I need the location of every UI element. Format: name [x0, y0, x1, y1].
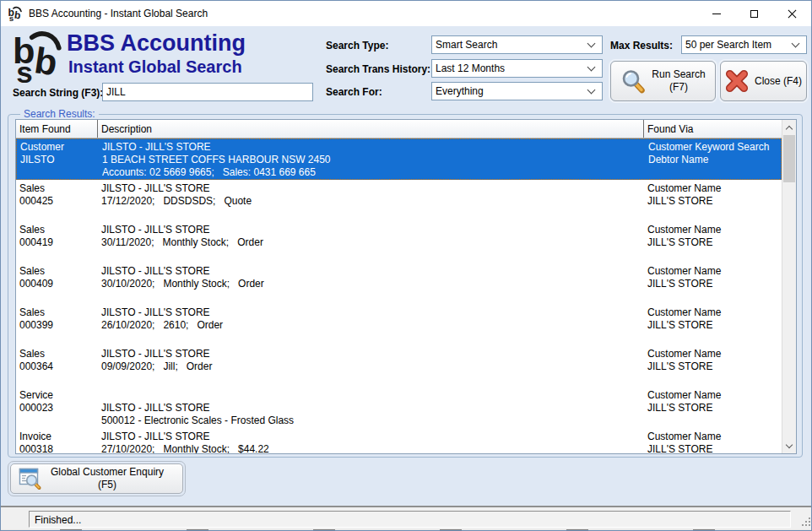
found-via-cell: Customer NameJILL'S STORE: [644, 265, 782, 304]
description-cell: JILSTO - JILL'S STORE30/10/2020; Monthly…: [98, 265, 644, 304]
enquiry-label-line1: Global Customer Enquiry: [51, 466, 164, 479]
found-via-cell: Customer NameJILL'S STORE: [644, 389, 782, 428]
chevron-down-icon: [792, 40, 800, 48]
close-icon[interactable]: [773, 1, 811, 26]
svg-text:b: b: [32, 40, 60, 83]
chevron-down-icon: [587, 63, 596, 72]
brand-title: BBS Accounting: [67, 30, 246, 57]
description-cell: JILSTO - JILL'S STORE27/10/2020; Monthly…: [98, 431, 644, 453]
search-type-label: Search Type:: [326, 40, 388, 51]
close-button-label: Close (F4): [755, 75, 802, 88]
found-via-cell: Customer NameJILL'S STORE: [644, 182, 782, 221]
enquiry-button-panel: Global Customer Enquiry (F5): [8, 461, 186, 496]
enquiry-label-line2: (F5): [51, 479, 164, 491]
column-header-description[interactable]: Description: [98, 120, 644, 138]
item-found-cell: Service000023: [16, 389, 98, 428]
close-button[interactable]: Close (F4): [720, 61, 807, 101]
maximize-icon[interactable]: [735, 1, 773, 26]
app-body: b s b BBS Accounting Instant Global Sear…: [1, 26, 811, 506]
search-string-input[interactable]: [102, 83, 313, 101]
global-customer-enquiry-button[interactable]: Global Customer Enquiry (F5): [10, 463, 183, 494]
table-row[interactable]: CustomerJILSTOJILSTO - JILL'S STORE1 BEA…: [16, 138, 782, 180]
trans-history-label: Search Trans History:: [326, 63, 430, 75]
svg-text:b: b: [14, 9, 21, 21]
description-cell: JILSTO - JILL'S STORE09/09/2020; Jill; O…: [98, 348, 644, 387]
red-x-icon: [725, 69, 749, 93]
table-row[interactable]: Sales000399JILSTO - JILL'S STORE26/10/20…: [16, 304, 782, 345]
svg-text:s: s: [16, 56, 33, 83]
results-rows: CustomerJILSTOJILSTO - JILL'S STORE1 BEA…: [16, 138, 782, 453]
title-bar: b s b BBS Accounting - Instant Global Se…: [1, 1, 811, 26]
status-message: Finished...: [29, 511, 791, 528]
scrollbar-down-icon[interactable]: [782, 439, 796, 453]
found-via-cell: Customer NameJILL'S STORE: [644, 224, 782, 263]
item-found-cell: Sales000399: [16, 306, 98, 345]
max-results-label: Max Results:: [610, 40, 673, 51]
results-table-header: Item Found Description Found Via: [16, 120, 782, 138]
scrollbar-thumb[interactable]: [783, 135, 795, 182]
search-for-label: Search For:: [326, 86, 382, 98]
bbs-logo-icon: b s b: [11, 29, 65, 83]
results-table: Item Found Description Found Via Custome…: [15, 119, 797, 454]
chevron-down-icon: [587, 86, 596, 95]
item-found-cell: Sales000419: [16, 224, 98, 263]
table-row[interactable]: Service000023 JILSTO - JILL'S STORE50001…: [16, 387, 782, 428]
search-results-group-label: Search Results:: [20, 108, 99, 120]
app-logo-icon: b s b: [8, 6, 23, 21]
minimize-icon[interactable]: [697, 1, 735, 26]
magnifier-icon: [620, 68, 646, 94]
description-cell: JILSTO - JILL'S STORE1 BEACH STREET COFF…: [99, 141, 645, 179]
run-search-label-line2: (F7): [652, 81, 705, 94]
vertical-scrollbar[interactable]: [782, 120, 796, 453]
found-via-cell: Customer Keyword SearchDebtor Name: [645, 141, 781, 179]
item-found-cell: Sales000364: [16, 348, 98, 387]
found-via-cell: Customer NameJILL'S STORE: [644, 431, 782, 453]
table-row[interactable]: Sales000409JILSTO - JILL'S STORE30/10/20…: [16, 263, 782, 304]
table-row[interactable]: Sales000364JILSTO - JILL'S STORE09/09/20…: [16, 345, 782, 387]
scrollbar-up-icon[interactable]: [782, 120, 796, 134]
app-window: b s b BBS Accounting - Instant Global Se…: [0, 0, 812, 531]
item-found-cell: Invoice000318: [16, 431, 98, 453]
item-found-cell: CustomerJILSTO: [17, 141, 99, 179]
resize-grip[interactable]: [800, 516, 810, 526]
search-type-dropdown[interactable]: Smart Search: [431, 35, 603, 54]
table-row[interactable]: Invoice000318JILSTO - JILL'S STORE27/10/…: [16, 428, 782, 453]
window-controls: [697, 1, 811, 26]
found-via-cell: Customer NameJILL'S STORE: [644, 348, 782, 387]
search-string-label: Search String (F3):: [13, 87, 103, 99]
window-magnifier-icon: [19, 467, 42, 490]
brand-subtitle: Instant Global Search: [68, 57, 242, 77]
column-header-found-via[interactable]: Found Via: [644, 120, 782, 138]
run-search-button[interactable]: Run Search (F7): [610, 61, 716, 101]
description-cell: JILSTO - JILL'S STORE17/12/2020; DDSDSDS…: [98, 182, 644, 221]
search-results-group: Search Results: Item Found Description F…: [8, 114, 803, 458]
table-row[interactable]: Sales000419JILSTO - JILL'S STORE30/11/20…: [16, 221, 782, 263]
run-search-label-line1: Run Search: [652, 68, 705, 81]
found-via-cell: Customer NameJILL'S STORE: [644, 306, 782, 345]
column-header-item-found[interactable]: Item Found: [16, 120, 98, 138]
item-found-cell: Sales000425: [16, 182, 98, 221]
chevron-down-icon: [587, 40, 596, 48]
trans-history-dropdown[interactable]: Last 12 Months: [431, 59, 603, 78]
description-cell: JILSTO - JILL'S STORE500012 - Electronic…: [98, 389, 644, 428]
item-found-cell: Sales000409: [16, 265, 98, 304]
search-for-dropdown[interactable]: Everything: [431, 82, 603, 100]
table-row[interactable]: Sales000425JILSTO - JILL'S STORE17/12/20…: [16, 180, 782, 221]
description-cell: JILSTO - JILL'S STORE26/10/2020; 2610; O…: [98, 306, 644, 345]
max-results-dropdown[interactable]: 50 per Search Item: [681, 35, 807, 54]
description-cell: JILSTO - JILL'S STORE30/11/2020; Monthly…: [98, 224, 644, 263]
status-bar: Finished...: [1, 506, 812, 529]
window-title: BBS Accounting - Instant Global Search: [29, 8, 208, 19]
